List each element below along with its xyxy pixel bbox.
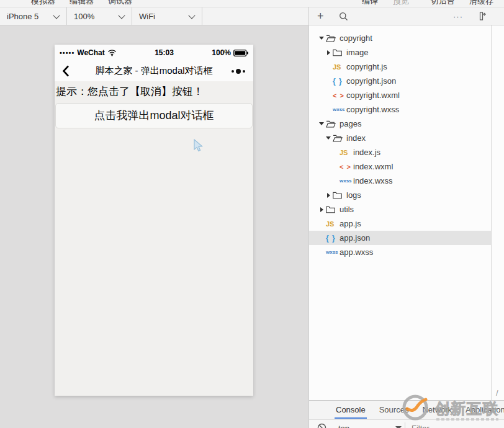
menubar-item[interactable]: 调试器 [108,0,132,7]
tree-item-label: index.wxml [353,162,393,171]
wifi-icon [107,49,117,56]
console-filter-input[interactable]: Filter [412,424,430,428]
device-select[interactable]: iPhone 5 [0,7,67,25]
file-type-wxml-icon: < > [340,163,352,171]
devtools-tab-sources[interactable]: Sources [372,401,416,419]
page-title: 脚本之家 - 弹出modal对话框 [95,65,212,77]
devtools-tab-console[interactable]: Console [329,401,372,419]
tree-item-label: app.json [340,233,370,243]
file-type-json-icon: { } [326,234,338,243]
tree-item-index-wxss[interactable]: wxssindex.wxss [309,174,491,188]
tree-item-copyright-js[interactable]: JScopyright.js [309,60,491,74]
panel-divider[interactable] [308,7,309,428]
tree-scrollbar-track[interactable] [491,25,492,400]
status-left: ••••• WeChat [60,48,117,57]
folder-open-icon [326,34,338,42]
dot-icon [243,70,245,73]
resize-grip[interactable]: / [496,388,498,398]
tree-item-utils[interactable]: utils [309,202,491,216]
folder-open-icon [326,120,338,128]
dot-icon [236,69,241,74]
clock: 15:03 [155,48,174,57]
tree-item-logs[interactable]: logs [309,188,491,202]
phone-screen: ••••• WeChat 15:03 100% [55,45,253,396]
expand-arrow-icon[interactable] [324,136,333,140]
devtools-tab-application[interactable]: Application [459,401,504,419]
folder-open-icon [333,134,345,142]
add-file-button[interactable]: + [317,7,324,25]
file-tree: copyrightimageJScopyright.js{ }copyright… [309,25,491,259]
ellipsis-icon: ··· [453,12,463,21]
tree-item-label: copyright.js [346,62,387,71]
phone-content: 提示：您点击了【取消】按钮！ 点击我弹出modal对话框 [55,81,253,128]
top-menubar: 模拟器编辑器调试器编译预览切后台清缓存 [0,0,504,7]
tree-item-label: pages [340,119,361,128]
chevron-down-icon [53,12,60,19]
file-type-js-icon: JS [340,149,352,156]
expand-arrow-icon[interactable] [317,37,326,40]
expand-arrow-icon[interactable] [317,122,326,125]
tree-item-index-js[interactable]: JSindex.js [309,145,491,159]
tree-item-app-js[interactable]: JSapp.js [309,216,491,231]
console-filter-bar: top Filter [309,419,504,428]
back-chevron-icon [62,65,70,77]
file-type-wxss-icon: wxss [340,178,352,184]
menubar-item[interactable]: 清缓存 [469,0,493,7]
frame-selector[interactable]: top [338,424,349,428]
mouse-cursor-icon [192,139,204,153]
tree-item-label: copyright.wxss [346,105,399,114]
folder-closed-icon [333,48,345,56]
collapse-arrow-icon[interactable] [324,193,333,198]
tip-text: 提示：您点击了【取消】按钮！ [56,84,253,99]
network-select[interactable]: WiFi [132,7,202,25]
show-modal-button[interactable]: 点击我弹出modal对话框 [55,103,253,128]
collapse-arrow-icon[interactable] [317,207,326,212]
tree-item-label: index.wxss [353,176,393,185]
chevron-down-icon [188,12,195,19]
zoom-select[interactable]: 100% [67,7,132,25]
phone-status-bar: ••••• WeChat 15:03 100% [55,45,253,61]
tree-item-image[interactable]: image [309,45,491,60]
zoom-select-value: 100% [74,12,94,21]
menubar-item[interactable]: 编辑器 [70,0,94,7]
collapse-panel-button[interactable] [477,7,487,25]
menubar-item[interactable]: 编译 [362,0,378,7]
devtools-panel: ConsoleSourcesNetworkApplication top Fil… [309,400,504,428]
battery-icon [233,50,248,56]
tree-item-label: utils [340,205,354,214]
tree-item-copyright-wxml[interactable]: < >copyright.wxml [309,88,491,102]
folder-closed-icon [326,205,338,213]
devtools-tab-network[interactable]: Network [415,401,459,419]
status-right: 100% [212,48,248,57]
tree-item-pages[interactable]: pages [309,117,491,131]
battery-percent: 100% [212,48,231,57]
tree-item-copyright-json[interactable]: { }copyright.json [309,74,491,88]
tree-item-index[interactable]: index [309,131,491,145]
file-type-wxss-icon: wxss [333,107,345,112]
devtools-tab-bar: ConsoleSourcesNetworkApplication [309,401,504,419]
dot-icon [232,70,234,73]
collapse-sidebar-icon [477,12,487,20]
tree-item-app-json[interactable]: { }app.json [309,231,491,245]
tree-item-copyright[interactable]: copyright [309,31,491,45]
menubar-item[interactable]: 切后台 [431,0,455,7]
clear-console-icon[interactable] [317,423,326,428]
network-select-value: WiFi [139,12,155,21]
file-type-js-icon: JS [326,220,338,228]
search-button[interactable] [339,7,348,25]
back-button[interactable] [62,65,70,79]
nav-more-button[interactable] [232,61,245,81]
simulator-panel: ••••• WeChat 15:03 100% [0,25,308,428]
tree-item-copyright-wxss[interactable]: wxsscopyright.wxss [309,102,491,117]
tree-item-index-wxml[interactable]: < >index.wxml [309,159,491,174]
menubar-item[interactable]: 模拟器 [31,0,55,7]
phone-nav-bar: 脚本之家 - 弹出modal对话框 [55,61,253,81]
collapse-arrow-icon[interactable] [324,50,333,55]
more-options-button[interactable]: ··· [453,7,463,25]
device-select-value: iPhone 5 [7,12,38,21]
tree-item-app-wxss[interactable]: wxssapp.wxss [309,245,491,259]
menubar-item[interactable]: 预览 [393,0,409,7]
divider [405,422,405,428]
plus-icon: + [317,10,324,23]
file-type-json-icon: { } [333,77,345,86]
